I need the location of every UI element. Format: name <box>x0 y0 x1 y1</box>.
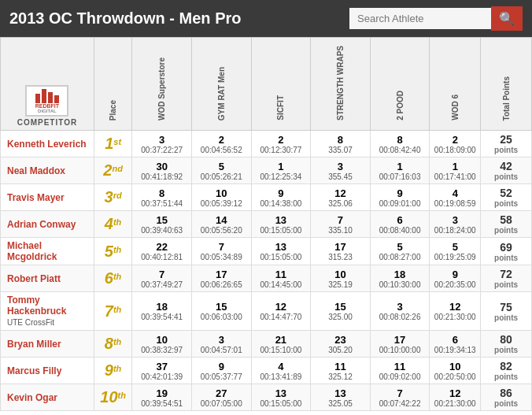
rank-number: 17 <box>372 334 428 346</box>
athlete-name-cell: Michael Mcgoldrick <box>1 238 94 265</box>
athlete-name-cell: Neal Maddox <box>1 157 94 184</box>
rank-number: 3 <box>431 214 478 226</box>
rank-number: 5 <box>194 161 249 172</box>
rank-number: 10 <box>312 269 368 280</box>
time-value: 00:13:41:89 <box>253 372 309 381</box>
strength-wraps-cell: 17315.23 <box>311 238 371 265</box>
wod6-cell: 300:18:24:00 <box>430 211 481 238</box>
time-value: 00:14:38:00 <box>253 199 309 208</box>
rank-number: 12 <box>312 187 368 199</box>
time-value: 00:20:35:00 <box>431 280 478 289</box>
strength-wraps-cell: 15325.00 <box>311 292 371 331</box>
time-value: 00:21:30:00 <box>431 399 478 408</box>
rank-number: 2 <box>194 134 249 146</box>
rank-number: 3 <box>372 301 428 313</box>
rank-number: 13 <box>253 387 309 399</box>
place-number: 8 <box>105 335 113 352</box>
points-label: points <box>482 146 530 154</box>
search-input[interactable] <box>349 8 491 29</box>
sicfit-cell: 2100:15:10:00 <box>251 331 311 358</box>
time-value: 00:08:27:00 <box>372 253 428 261</box>
rank-number: 4 <box>253 361 309 372</box>
sicfit-cell: 1300:15:05:00 <box>251 211 311 238</box>
sponsor-logo: REDBFIT DIGITAL <box>25 85 68 117</box>
rank-number: 4 <box>431 187 478 199</box>
search-container: 🔍 <box>349 6 523 31</box>
rank-number: 1 <box>253 161 309 172</box>
time-value: 00:14:47:70 <box>253 313 309 321</box>
place-suffix: th <box>113 305 121 314</box>
points-label: points <box>482 399 530 408</box>
wod-superstore-cell: 1500:39:40:63 <box>132 211 192 238</box>
wod6-cell: 1000:20:50:00 <box>430 358 481 384</box>
total-points-cell: 86points <box>481 384 532 411</box>
table-row: Adrian Conway4th1500:39:40:631400:05:56:… <box>1 211 532 238</box>
gym-rat-cell: 1500:06:03:00 <box>191 292 251 331</box>
place-cell: 7th <box>94 292 132 331</box>
wod6-cell: 500:19:25:09 <box>430 238 481 265</box>
time-value: 315.23 <box>312 253 368 261</box>
place-number: 6 <box>105 269 113 287</box>
time-value: 00:15:10:00 <box>253 346 309 354</box>
time-value: 00:37:49:27 <box>134 280 190 289</box>
total-number: 80 <box>482 333 530 346</box>
time-value: 305.20 <box>312 346 368 354</box>
time-value: 00:06:26:65 <box>194 280 249 289</box>
time-value: 00:09:02:00 <box>372 372 428 381</box>
rank-number: 10 <box>134 334 190 346</box>
rank-number: 9 <box>372 187 428 199</box>
place-cell: 6th <box>94 265 132 292</box>
time-value: 325.19 <box>312 280 368 289</box>
total-number: 86 <box>482 387 530 399</box>
time-value: 00:12:25:34 <box>253 172 309 181</box>
place-suffix: th <box>113 364 121 373</box>
rank-number: 19 <box>134 387 190 399</box>
rank-number: 27 <box>194 387 249 399</box>
time-value: 00:41:18:92 <box>134 172 190 181</box>
total-number: 25 <box>482 133 530 146</box>
wod6-cell: 400:19:08:59 <box>430 184 481 211</box>
results-table: REDBFIT DIGITAL COMPETITOR Place WOD Sup… <box>0 37 532 411</box>
gym-rat-cell: 900:05:37:77 <box>191 358 251 384</box>
total-number: 69 <box>482 241 530 254</box>
time-value: 00:10:00:00 <box>372 346 428 354</box>
search-button[interactable]: 🔍 <box>491 6 523 31</box>
rank-number: 9 <box>194 361 249 372</box>
place-cell: 10th <box>94 384 132 411</box>
time-value: 00:39:40:63 <box>134 226 190 235</box>
rank-number: 8 <box>372 134 428 146</box>
table-row: Kenneth Leverich1st300:37:22:27200:04:56… <box>1 131 532 157</box>
time-value: 00:08:02:26 <box>372 313 428 321</box>
athlete-affiliate: UTE CrossFit <box>7 318 54 327</box>
rank-number: 3 <box>312 161 368 172</box>
th-competitor-label: COMPETITOR <box>17 118 77 127</box>
place-number: 3 <box>105 188 113 206</box>
th-place: Place <box>94 38 132 131</box>
athlete-name-cell: Adrian Conway <box>1 211 94 238</box>
athlete-name-cell: Marcus Filly <box>1 358 94 384</box>
place-number: 1 <box>105 135 113 152</box>
athlete-name: Tommy Hackenbruck <box>7 295 66 317</box>
time-value: 00:37:51:44 <box>134 199 190 208</box>
athlete-name-cell: Travis Mayer <box>1 184 94 211</box>
place-suffix: st <box>113 137 121 146</box>
table-row: Kevin Ogar10th1900:39:54:512700:07:05:00… <box>1 384 532 411</box>
total-points-cell: 69points <box>481 238 532 265</box>
strength-wraps-cell: 7335.10 <box>311 211 371 238</box>
athlete-name-cell: Tommy HackenbruckUTE CrossFit <box>1 292 94 331</box>
table-row: Neal Maddox2nd3000:41:18:92500:05:26:211… <box>1 157 532 184</box>
points-label: points <box>482 346 530 354</box>
rank-number: 7 <box>372 387 428 399</box>
time-value: 00:07:16:03 <box>372 172 428 181</box>
rank-number: 3 <box>194 334 249 346</box>
gym-rat-cell: 200:04:56:52 <box>191 131 251 157</box>
place-cell: 8th <box>94 331 132 358</box>
gym-rat-cell: 700:05:34:89 <box>191 238 251 265</box>
time-value: 00:21:30:00 <box>431 313 478 321</box>
rank-number: 8 <box>312 134 368 146</box>
rank-number: 21 <box>253 334 309 346</box>
total-points-cell: 25points <box>481 131 532 157</box>
rank-number: 10 <box>194 187 249 199</box>
strength-wraps-cell: 12325.06 <box>311 184 371 211</box>
total-number: 58 <box>482 213 530 226</box>
